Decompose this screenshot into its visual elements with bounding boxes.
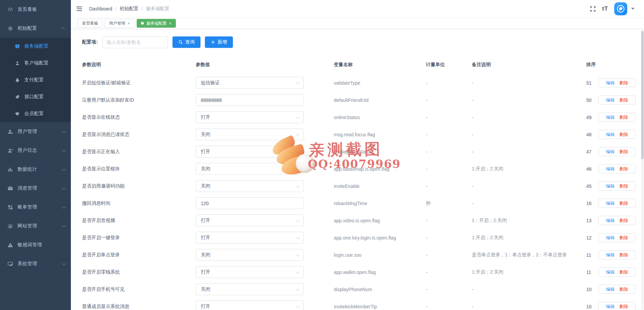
chevron-down-icon (296, 252, 300, 256)
sidebar-item-网站管理[interactable]: e网站管理 (0, 217, 71, 235)
param-value-select[interactable]: 打开 (196, 111, 304, 123)
tab-close-icon[interactable]: × (169, 21, 172, 26)
param-value-select[interactable]: 关闭 (196, 163, 304, 175)
param-value-input[interactable]: 88888888 (196, 94, 304, 106)
edit-link[interactable]: 编辑 (606, 218, 615, 224)
variable-name: msg.read.focus.flag (334, 132, 426, 137)
delete-link[interactable]: 删除 (619, 286, 628, 292)
param-value-select[interactable]: 打开 (196, 215, 304, 226)
param-value-select[interactable]: 打开 (196, 232, 304, 244)
sidebar-item-消息管理[interactable]: 消息管理 (0, 179, 71, 198)
edit-link[interactable]: 编辑 (606, 183, 615, 189)
unit-value: - (426, 132, 472, 137)
edit-link[interactable]: 编辑 (606, 235, 615, 241)
delete-link[interactable]: 删除 (619, 200, 628, 206)
sidebar-item-敏感词管理[interactable]: 敏感词管理 (0, 235, 71, 254)
edit-link[interactable]: 编辑 (606, 166, 615, 172)
sidebar-item-接口配置[interactable]: 接口配置 (0, 88, 71, 105)
sidebar-item-服务端配置[interactable]: 服务端配置 (0, 38, 71, 55)
edit-link[interactable]: 编辑 (606, 252, 615, 258)
param-value-select[interactable]: 打开 (196, 266, 304, 278)
unit-value: - (426, 166, 472, 172)
delete-link[interactable]: 删除 (619, 149, 628, 155)
delete-link[interactable]: 删除 (619, 166, 628, 172)
search-input[interactable] (102, 36, 168, 48)
sidebar-item-用户日志[interactable]: 用户日志 (0, 141, 71, 160)
delete-link[interactable]: 删除 (619, 269, 628, 275)
font-size-icon[interactable]: tT (602, 5, 608, 12)
param-value-select[interactable]: 短信验证 (196, 77, 304, 89)
delete-link[interactable]: 删除 (619, 132, 628, 138)
edit-link[interactable]: 编辑 (606, 149, 615, 155)
user-avatar-bird-logo[interactable] (614, 2, 627, 15)
delete-link[interactable]: 删除 (619, 183, 628, 189)
sidebar-item-账单管理[interactable]: 账单管理 (0, 198, 71, 217)
row-actions: 编辑 删除 (598, 164, 636, 173)
sort-value: 12 (586, 235, 598, 241)
unit-value: - (426, 235, 472, 241)
grid-icon (7, 204, 13, 210)
edit-link[interactable]: 编辑 (606, 132, 615, 138)
tab-server-config-active[interactable]: 服务端配置 × (137, 19, 176, 28)
breadcrumb-init-config[interactable]: 初始配置 (119, 6, 138, 12)
param-value-select[interactable]: 打开 (196, 146, 304, 158)
search-button[interactable]: 查询 (172, 36, 200, 48)
fullscreen-icon[interactable] (590, 6, 596, 12)
param-description: 注册用户默认添加好友ID (82, 97, 196, 103)
sidebar-item-label: 消息管理 (18, 185, 62, 191)
delete-link[interactable]: 删除 (619, 80, 628, 86)
variable-name: displayInputStatus (334, 149, 426, 154)
edit-link[interactable]: 编辑 (606, 200, 615, 206)
sidebar-item-会员配置[interactable]: 会员配置 (0, 105, 71, 122)
unit-value: - (426, 252, 472, 258)
param-value-select[interactable]: 关闭 (196, 283, 304, 295)
sort-value: 10 (586, 287, 598, 292)
variable-name: app.baidumap.is.open.flag (334, 166, 426, 172)
delete-link[interactable]: 删除 (619, 97, 628, 103)
remark-value: - (472, 97, 586, 103)
breadcrumb-dashboard[interactable]: Dashboard (89, 6, 112, 11)
param-description: 普通成员显示系统消息 (82, 304, 196, 310)
edit-link[interactable]: 编辑 (606, 304, 615, 310)
sidebar-toggle-hamburger-icon[interactable] (76, 5, 83, 12)
delete-link[interactable]: 删除 (619, 114, 628, 120)
tab-close-icon[interactable]: × (128, 21, 130, 26)
avatar-dropdown-caret-icon[interactable] (631, 8, 635, 10)
row-actions: 编辑 删除 (598, 113, 636, 122)
breadcrumb-separator: / (115, 6, 117, 11)
delete-link[interactable]: 删除 (619, 218, 628, 224)
sidebar-item-首页看板[interactable]: 首页看板 (0, 0, 71, 19)
add-button[interactable]: 新增 (205, 36, 233, 48)
scrollbar-thumb[interactable] (641, 31, 644, 159)
edit-link[interactable]: 编辑 (606, 80, 615, 86)
sidebar-item-系统管理[interactable]: 系统管理 (0, 254, 71, 273)
param-value-input[interactable]: 120 (196, 197, 304, 209)
param-value-select[interactable]: 关闭 (196, 129, 304, 140)
param-value-select[interactable]: 打开 (196, 301, 304, 310)
user-gear-icon (7, 129, 13, 135)
sidebar-item-支付配置[interactable]: 支付配置 (0, 72, 71, 88)
sidebar-item-初始配置[interactable]: 初始配置 (0, 19, 71, 38)
delete-link[interactable]: 删除 (619, 235, 628, 241)
tab-user-management[interactable]: 用户管理 × (105, 19, 135, 28)
mail-icon (7, 186, 13, 191)
param-value-select[interactable]: 关闭 (196, 249, 304, 261)
gauge-icon (7, 7, 13, 12)
sidebar-item-用户管理[interactable]: 用户管理 (0, 122, 71, 141)
param-description: 是否开启手机号可见 (82, 286, 196, 292)
edit-link[interactable]: 编辑 (606, 114, 615, 120)
edit-link[interactable]: 编辑 (606, 97, 615, 103)
tab-home-board[interactable]: 首页看板 (78, 19, 103, 28)
edit-link[interactable]: 编辑 (606, 286, 615, 292)
edit-link[interactable]: 编辑 (606, 269, 615, 275)
sidebar-item-客户端配置[interactable]: 客户端配置 (0, 55, 71, 72)
param-description: 是否显示正在输入 (82, 149, 196, 155)
table-body: 开启短信验证/邮箱验证 短信验证 validateType - - 51 编辑 … (71, 74, 644, 310)
sidebar: 首页看板初始配置服务端配置客户端配置支付配置接口配置会员配置用户管理用户日志数据… (0, 0, 71, 310)
remark-value: - (472, 287, 586, 292)
param-value-select[interactable]: 关闭 (196, 180, 304, 192)
sidebar-item-label: 系统管理 (18, 261, 62, 267)
delete-link[interactable]: 删除 (619, 304, 628, 310)
sidebar-item-数据统计[interactable]: 数据统计 (0, 160, 71, 179)
delete-link[interactable]: 删除 (619, 252, 628, 258)
